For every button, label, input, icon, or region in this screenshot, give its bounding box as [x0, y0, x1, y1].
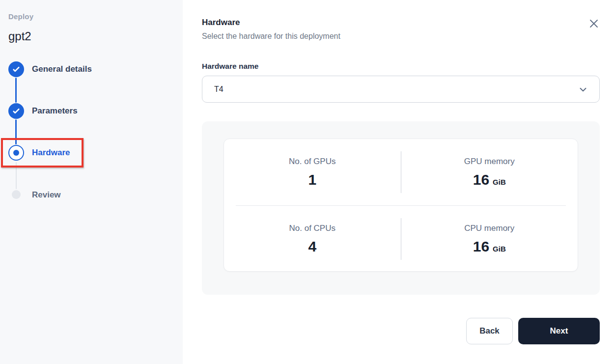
deploy-wizard-sidebar: Deploy gpt2 General details Parameters H…	[0, 0, 183, 364]
hardware-specs-panel: No. of GPUs 1 GPU memory 16GiB No. of CP…	[202, 121, 600, 295]
step-label-review[interactable]: Review	[32, 190, 61, 200]
step-connector	[15, 78, 17, 103]
step-indicator-parameters[interactable]	[8, 103, 24, 119]
spec-unit: GiB	[493, 178, 506, 186]
deployment-name: gpt2	[8, 29, 31, 43]
step-label-general-details[interactable]: General details	[32, 64, 92, 74]
spec-label: CPU memory	[401, 224, 578, 233]
check-icon	[12, 65, 21, 74]
spec-unit: GiB	[493, 245, 506, 253]
spec-cpu-memory: CPU memory 16GiB	[401, 224, 578, 255]
step-label-parameters[interactable]: Parameters	[32, 106, 78, 116]
hardware-name-label: Hardware name	[202, 62, 600, 71]
next-button[interactable]: Next	[518, 318, 600, 344]
hardware-specs-card: No. of GPUs 1 GPU memory 16GiB No. of CP…	[223, 139, 578, 272]
spec-row-cpu: No. of CPUs 4 CPU memory 16GiB	[224, 206, 578, 272]
spec-label: No. of GPUs	[224, 157, 401, 167]
spec-value-line: 1	[224, 171, 401, 188]
hardware-name-selected-value: T4	[214, 85, 223, 94]
spec-gpu-count: No. of GPUs 1	[224, 157, 401, 188]
back-button[interactable]: Back	[466, 318, 513, 344]
hardware-step-panel: Hardware Select the hardware for this de…	[183, 0, 614, 364]
hardware-name-select[interactable]: T4	[202, 76, 600, 103]
step-indicator-review[interactable]	[12, 190, 21, 199]
spec-cpu-count: No. of CPUs 4	[224, 224, 401, 255]
panel-header: Hardware Select the hardware for this de…	[202, 18, 600, 41]
spec-value: 4	[308, 238, 316, 254]
chevron-down-icon	[578, 84, 588, 95]
spec-value: 1	[308, 171, 316, 188]
spec-gpu-memory: GPU memory 16GiB	[401, 157, 578, 188]
spec-value-line: 16GiB	[401, 238, 578, 255]
panel-header-text: Hardware Select the hardware for this de…	[202, 18, 340, 41]
step-indicator-general-details[interactable]	[8, 61, 24, 77]
wizard-eyebrow: Deploy	[8, 12, 33, 21]
spec-value: 16	[473, 238, 489, 254]
panel-title: Hardware	[202, 18, 340, 28]
spec-value-line: 16GiB	[401, 171, 578, 188]
check-icon	[12, 107, 21, 115]
wizard-footer: Back Next	[202, 318, 600, 344]
spec-value: 16	[473, 171, 489, 188]
spec-value-line: 4	[224, 238, 401, 255]
close-icon	[588, 24, 600, 31]
panel-subtitle: Select the hardware for this deployment	[202, 32, 340, 41]
spec-label: GPU memory	[401, 157, 578, 167]
close-button[interactable]	[588, 18, 600, 29]
spec-label: No. of CPUs	[224, 224, 401, 233]
spec-row-gpu: No. of GPUs 1 GPU memory 16GiB	[224, 139, 578, 205]
highlight-box-hardware-step	[1, 138, 84, 168]
